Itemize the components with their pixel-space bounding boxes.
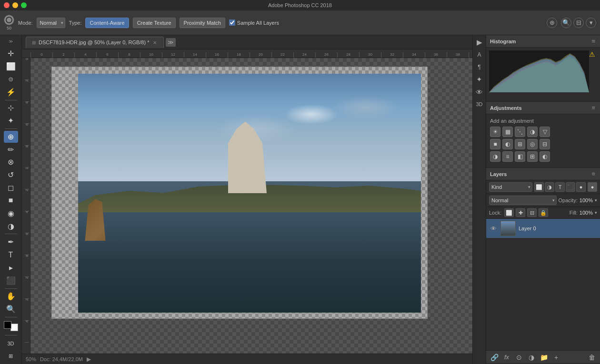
path-select-tool[interactable]: ▸	[4, 262, 18, 274]
right-strip-3d[interactable]: 3D	[474, 99, 485, 109]
doc-close-button[interactable]: ×	[152, 39, 158, 46]
layers-group-button[interactable]: 📁	[539, 352, 549, 363]
eraser-tool[interactable]: ◻	[4, 182, 18, 194]
histogram-panel-header[interactable]: Histogram ≡	[486, 35, 600, 48]
filter-adjust-icon[interactable]: ◑	[545, 182, 554, 192]
type-label: Type:	[69, 20, 82, 26]
document-canvas[interactable]	[51, 67, 428, 319]
lock-move-icon[interactable]: ✚	[516, 208, 525, 217]
filter-type-icon[interactable]: T	[555, 182, 565, 192]
create-texture-button[interactable]: Create Texture	[133, 18, 176, 28]
eyedropper-tool[interactable]: ✦	[4, 115, 18, 127]
minimize-button[interactable]	[12, 2, 18, 8]
filter-pixel-icon[interactable]: ⬜	[534, 182, 544, 192]
layers-panel-header[interactable]: Layers ≡	[486, 168, 600, 180]
background-color-swatch[interactable]	[10, 324, 18, 331]
adj-channel-mixer-icon[interactable]: ⊟	[540, 139, 550, 149]
adj-exposure-icon[interactable]: ◑	[527, 127, 538, 137]
hand-tool[interactable]: ✋	[4, 290, 18, 302]
dodge-tool[interactable]: ◑	[4, 220, 18, 232]
toolbar-collapse[interactable]: ≫	[4, 37, 18, 46]
quick-select-tool[interactable]: ⚡	[4, 86, 18, 98]
move-tool[interactable]: ✛	[4, 48, 18, 59]
proximity-match-button[interactable]: Proximity Match	[180, 18, 225, 28]
pen-tool[interactable]: ✒	[4, 236, 18, 248]
opacity-value[interactable]: 100%	[580, 197, 593, 203]
shape-tool[interactable]: ⬛	[4, 275, 18, 286]
layers-adjustment-button[interactable]: ◑	[526, 352, 537, 363]
blur-tool[interactable]: ◉	[4, 207, 18, 219]
color-swatches[interactable]	[4, 321, 18, 332]
adj-levels-icon[interactable]: ▦	[502, 127, 513, 137]
clone-stamp-tool[interactable]: ⊗	[4, 156, 18, 168]
3d-tool[interactable]: 3D	[4, 337, 18, 349]
layers-mode-select[interactable]: Normal	[489, 196, 557, 205]
status-info-button[interactable]: ▶	[87, 356, 91, 363]
adjustments-menu-button[interactable]: ≡	[590, 104, 596, 111]
arrange-button[interactable]: ▾	[586, 18, 596, 28]
mode-select[interactable]: Normal	[37, 18, 65, 28]
adj-threshold-icon[interactable]: ◧	[515, 151, 525, 162]
layers-fx-button[interactable]: fx	[501, 352, 512, 363]
layer-visibility-icon[interactable]: 👁	[489, 224, 498, 233]
right-strip-star[interactable]: ✦	[474, 74, 485, 85]
filter-shape-icon[interactable]: ⬛	[566, 182, 575, 192]
content-aware-button[interactable]: Content-Aware	[85, 18, 129, 28]
adj-vibrance-icon[interactable]: ■	[490, 139, 500, 149]
lasso-tool[interactable]: ⌾	[4, 73, 18, 85]
right-strip-play[interactable]: ▶	[474, 37, 485, 48]
layers-mask-button[interactable]: ⊙	[514, 352, 524, 363]
histogram-warning-icon[interactable]: ⚠	[589, 50, 595, 58]
sample-all-layers-label[interactable]: Sample All Layers	[229, 20, 279, 26]
filter-smart-icon[interactable]: ●	[576, 182, 586, 192]
document-tab[interactable]: ⊞ DSCF7819-HDR.jpg @ 50% (Layer 0, RGB/8…	[26, 37, 164, 48]
doc-tab-expand-button[interactable]: ≫	[166, 38, 176, 47]
adj-hue-sat-icon[interactable]: ◐	[502, 139, 513, 149]
zoom-tool[interactable]: 🔍	[4, 303, 18, 315]
app-title: Adobe Photoshop CC 2018	[268, 2, 332, 8]
layers-link-button[interactable]: 🔗	[489, 352, 500, 363]
search-button[interactable]: 🔍	[561, 18, 571, 28]
layer-name: Layer 0	[519, 226, 597, 231]
layer-actions[interactable]: ⊞	[4, 350, 18, 362]
right-strip-paragraph[interactable]: ¶	[474, 62, 485, 72]
rectangle-select-tool[interactable]: ⬜	[4, 60, 18, 72]
close-button[interactable]	[4, 2, 10, 8]
layers-new-button[interactable]: +	[551, 352, 561, 363]
lock-pixels-icon[interactable]: ⬜	[504, 208, 514, 217]
histogram-menu-button[interactable]: ≡	[590, 38, 596, 45]
adjustments-panel-header[interactable]: Adjustments ≡	[486, 102, 600, 114]
fill-value[interactable]: 100%	[580, 210, 593, 216]
adj-black-white-icon[interactable]: ◐	[540, 151, 550, 162]
filter-toggle-icon[interactable]: ●	[588, 182, 597, 192]
history-brush-tool[interactable]: ↺	[4, 169, 18, 181]
adj-color-balance-icon[interactable]: ⊞	[515, 139, 525, 149]
layers-delete-button[interactable]: 🗑	[587, 352, 597, 363]
right-strip-art[interactable]: A	[474, 49, 485, 60]
layer-row[interactable]: 👁 Layer 0	[486, 219, 600, 238]
canvas-container[interactable]	[30, 58, 472, 354]
gradient-tool[interactable]: ■	[4, 195, 18, 207]
adj-posterize-icon[interactable]: ≡	[502, 151, 513, 162]
adj-selective-color-icon[interactable]: ⊞	[527, 151, 538, 162]
sample-all-layers-checkbox[interactable]	[229, 20, 235, 26]
adj-brightness-icon[interactable]: ☀	[490, 127, 500, 137]
brush-size-indicator[interactable]	[4, 15, 14, 25]
settings-circle-button[interactable]: ⊕	[547, 18, 557, 28]
right-strip-eye[interactable]: 👁	[474, 87, 485, 97]
adj-gradient-map-icon[interactable]: ▽	[540, 127, 550, 137]
workspace-button[interactable]: ⊟	[573, 18, 584, 28]
adj-photo-filter-icon[interactable]: ◎	[527, 139, 538, 149]
type-tool[interactable]: T	[4, 249, 18, 261]
foreground-color-swatch[interactable]	[4, 321, 11, 329]
healing-brush-tool[interactable]: ⊕	[4, 131, 18, 143]
crop-tool[interactable]: ⊹	[4, 102, 18, 114]
brush-tool[interactable]: ✏	[4, 144, 18, 156]
adj-curves-icon[interactable]: ⋱	[515, 127, 525, 137]
lock-all-icon[interactable]: 🔒	[539, 208, 548, 217]
layers-kind-select[interactable]: Kind	[489, 182, 532, 192]
adj-invert-icon[interactable]: ◑	[490, 151, 500, 162]
maximize-button[interactable]	[21, 2, 27, 8]
lock-artboard-icon[interactable]: ⊟	[527, 208, 537, 217]
layers-menu-button[interactable]: ≡	[590, 170, 596, 177]
